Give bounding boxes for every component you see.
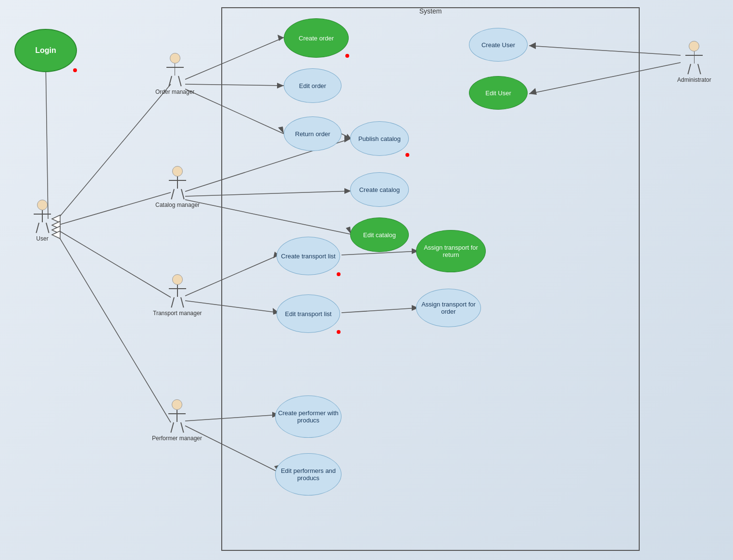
system-label: System xyxy=(416,7,446,15)
use-case-edit-user: Edit User xyxy=(469,76,528,110)
svg-marker-7 xyxy=(52,221,60,229)
svg-line-0 xyxy=(46,63,48,219)
actor-transport-manager-body xyxy=(177,285,178,297)
actor-administrator-arms xyxy=(685,55,703,56)
svg-line-2 xyxy=(58,84,171,219)
actor-order-manager-body xyxy=(175,64,176,76)
use-case-edit-performers: Edit performers and producs xyxy=(275,453,341,496)
actor-order-manager-leg-right xyxy=(178,76,181,87)
actor-catalog-manager-arms xyxy=(169,180,186,181)
actor-user-leg-right xyxy=(46,223,49,233)
create-order-dot xyxy=(345,54,349,58)
actor-user-label: User xyxy=(36,235,48,242)
use-case-publish-catalog: Publish catalog xyxy=(350,121,409,156)
svg-marker-6 xyxy=(52,215,60,223)
publish-catalog-dot xyxy=(405,153,409,157)
actor-performer-manager-leg-right xyxy=(180,422,184,433)
actor-transport-manager-arms xyxy=(169,288,186,289)
diagram-container: System xyxy=(0,0,733,560)
use-case-create-performer: Create performer with producs xyxy=(275,395,341,438)
create-transport-list-dot xyxy=(337,272,341,276)
actor-administrator-label: Administrator xyxy=(677,76,711,83)
actor-order-manager-leg-left xyxy=(168,76,172,87)
actor-transport-manager-leg-right xyxy=(180,297,184,308)
svg-marker-9 xyxy=(52,231,60,239)
svg-marker-8 xyxy=(52,226,60,234)
actor-catalog-manager-label: Catalog manager xyxy=(155,202,200,208)
actor-administrator-leg-left xyxy=(688,64,691,75)
actor-performer-manager: Performer manager xyxy=(152,399,202,442)
actor-catalog-manager-leg-left xyxy=(171,189,174,200)
actor-catalog-manager-body xyxy=(177,177,178,189)
actor-administrator-head xyxy=(689,41,699,51)
login-use-case: Login xyxy=(14,29,77,72)
actor-catalog-manager: Catalog manager xyxy=(155,166,200,208)
actor-transport-manager-label: Transport manager xyxy=(153,310,202,317)
actor-performer-manager-body xyxy=(177,410,177,422)
use-case-create-user: Create User xyxy=(469,28,528,62)
use-case-return-order: Return order xyxy=(284,116,341,151)
actor-catalog-manager-head xyxy=(172,166,183,177)
edit-transport-list-dot xyxy=(337,330,341,334)
actor-performer-manager-head xyxy=(172,399,182,410)
actor-transport-manager-head xyxy=(172,274,183,285)
use-case-assign-transport-return: Assign transport for return xyxy=(416,230,486,272)
login-extend-dot xyxy=(73,68,77,72)
svg-line-5 xyxy=(58,235,171,422)
actor-transport-manager-leg-left xyxy=(171,297,174,308)
use-case-assign-transport-order: Assign transport for order xyxy=(416,289,481,327)
actor-order-manager-head xyxy=(170,53,180,64)
actor-performer-manager-arms xyxy=(168,413,186,414)
use-case-edit-order: Edit order xyxy=(284,68,341,103)
use-case-create-transport-list: Create transport list xyxy=(277,237,340,275)
actor-administrator-leg-right xyxy=(697,64,701,75)
actor-user-leg-left xyxy=(36,223,39,233)
actor-user-head xyxy=(37,200,48,210)
actor-order-manager: Order manager xyxy=(155,53,194,95)
use-case-edit-catalog: Edit catalog xyxy=(350,217,409,252)
actor-transport-manager: Transport manager xyxy=(153,274,202,317)
actor-order-manager-label: Order manager xyxy=(155,89,194,95)
use-case-create-catalog: Create catalog xyxy=(350,172,409,207)
actor-administrator: Administrator xyxy=(677,41,711,83)
actor-user-arms xyxy=(34,214,51,215)
use-case-edit-transport-list: Edit transport list xyxy=(277,294,340,333)
actor-administrator-body xyxy=(694,51,695,64)
actor-user-body xyxy=(42,210,43,222)
actor-user: User xyxy=(33,200,52,242)
actor-catalog-manager-leg-right xyxy=(181,189,184,200)
actor-performer-manager-leg-left xyxy=(170,422,174,433)
use-case-create-order: Create order xyxy=(284,18,349,58)
actor-performer-manager-label: Performer manager xyxy=(152,435,202,442)
svg-line-3 xyxy=(58,192,171,225)
actor-order-manager-arms xyxy=(166,67,184,68)
